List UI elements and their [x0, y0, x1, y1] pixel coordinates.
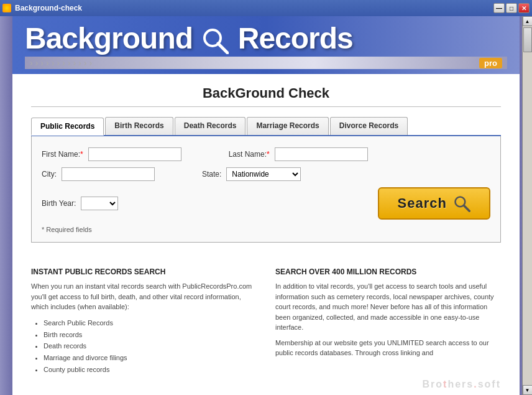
sidebar-left — [0, 16, 12, 395]
birth-year-label: Birth Year: — [42, 199, 76, 208]
window-titlebar: Background-check — □ ✕ — [0, 0, 532, 16]
title-divider — [31, 106, 501, 107]
state-label: State: — [202, 170, 221, 179]
logo-section: Background Records › › › › › › › — [12, 16, 520, 74]
pro-badge: pro — [479, 58, 502, 68]
tab-death-records[interactable]: Death Records — [175, 117, 246, 135]
tab-marriage-records[interactable]: Marriage Records — [247, 117, 328, 135]
name-row: First Name:* Last Name:* — [42, 147, 490, 161]
sidebar-right: ▲ ▼ — [520, 16, 532, 395]
tab-divorce-records[interactable]: Divorce Records — [330, 117, 408, 135]
bottom-content: INSTANT PUBLIC RECORDS SEARCH When you r… — [12, 255, 520, 381]
state-select[interactable]: Nationwide Alabama Alaska Arizona Califo… — [226, 167, 301, 181]
app-icon — [2, 4, 11, 12]
svg-line-1 — [218, 44, 227, 53]
close-button[interactable]: ✕ — [518, 3, 530, 13]
scroll-up-arrow[interactable]: ▲ — [523, 16, 533, 26]
bottom-left-col: INSTANT PUBLIC RECORDS SEARCH When you r… — [31, 267, 257, 375]
last-name-required-star: * — [267, 150, 270, 159]
right-heading: SEARCH OVER 400 MILLION RECORDS — [275, 267, 501, 276]
required-note: * Required fields — [42, 226, 490, 233]
list-item: Marriage and divorce filings — [44, 352, 257, 364]
window-title-text: Background-check — [15, 4, 82, 12]
page-title: BackGround Check — [31, 74, 501, 106]
scroll-down-arrow[interactable]: ▼ — [523, 385, 533, 395]
svg-line-3 — [464, 206, 470, 211]
logo-magnifier-icon — [201, 27, 229, 54]
page-content: BackGround Check Public Records Birth Re… — [12, 74, 520, 255]
list-item: Search Public Records — [44, 317, 257, 329]
logo-text: Background Records — [25, 24, 353, 54]
bullet-list: Search Public Records Birth records Deat… — [31, 317, 257, 375]
bottom-right-col: SEARCH OVER 400 MILLION RECORDS In addit… — [275, 267, 501, 375]
left-text: When you run an instant vital records se… — [31, 281, 257, 312]
search-button[interactable]: Search — [378, 187, 490, 220]
birth-year-search-row: Birth Year: 1990 1985 1980 1975 1970 Se — [42, 187, 490, 220]
right-text2: Membership at our website gets you UNLIM… — [275, 338, 501, 358]
maximize-button[interactable]: □ — [506, 3, 517, 13]
list-item: Birth records — [44, 329, 257, 341]
first-name-required-star: * — [80, 150, 83, 159]
list-item: County public records — [44, 364, 257, 376]
left-heading: INSTANT PUBLIC RECORDS SEARCH — [31, 267, 257, 276]
birth-year-section: Birth Year: 1990 1985 1980 1975 1970 — [42, 197, 118, 210]
city-state-row: City: State: Nationwide Alabama Alaska A… — [42, 167, 490, 181]
scroll-thumb[interactable] — [523, 27, 532, 52]
search-form: First Name:* Last Name:* City: State: — [31, 136, 501, 243]
search-button-icon — [453, 195, 470, 212]
logo-image: Background Records — [25, 24, 507, 54]
tab-public-records[interactable]: Public Records — [31, 118, 104, 136]
search-button-label: Search — [398, 195, 447, 211]
city-input[interactable] — [62, 167, 155, 181]
content-area: Background Records › › › › › › › — [12, 16, 520, 395]
search-button-wrap: Search — [378, 187, 490, 220]
minimize-button[interactable]: — — [493, 3, 505, 13]
right-text1: In addition to vital records, you'll get… — [275, 281, 501, 333]
first-name-input[interactable] — [88, 147, 181, 161]
birth-year-select[interactable]: 1990 1985 1980 1975 1970 — [81, 197, 118, 210]
list-item: Death records — [44, 340, 257, 352]
last-name-label: Last Name:* — [229, 150, 270, 159]
city-label: City: — [42, 170, 57, 179]
first-name-label: First Name:* — [42, 150, 83, 159]
main-layout: Background Records › › › › › › › — [0, 16, 532, 395]
window-controls: — □ ✕ — [493, 3, 530, 13]
window-title-area: Background-check — [2, 4, 82, 12]
scrollbar: ▲ ▼ — [522, 16, 532, 395]
tabs-container: Public Records Birth Records Death Recor… — [31, 117, 501, 136]
tab-birth-records[interactable]: Birth Records — [105, 117, 173, 135]
last-name-input[interactable] — [275, 147, 368, 161]
